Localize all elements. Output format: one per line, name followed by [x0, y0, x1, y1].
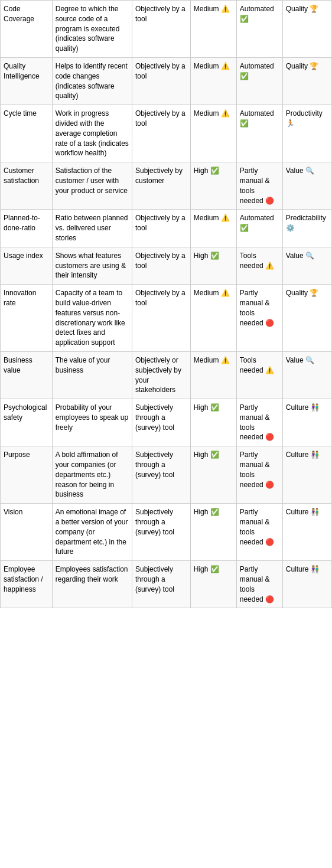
table-row: Psychological safetyProbability of your …: [1, 399, 332, 446]
table-row: Usage indexShows what features customers…: [1, 247, 332, 284]
table-row: VisionAn emotional image of a better ver…: [1, 504, 332, 561]
metrics-table: Code CoverageDegree to which the source …: [0, 0, 332, 608]
table-row: Planned-to-done-ratioRatio between plann…: [1, 210, 332, 247]
table-row: Employee satisfaction / happinessEmploye…: [1, 561, 332, 608]
table-row: Business valueThe value of your business…: [1, 351, 332, 399]
table-row: PurposeA bold affirmation of your compan…: [1, 446, 332, 504]
table-row: Cycle timeWork in progress divided with …: [1, 105, 332, 162]
table-row: Innovation rateCapacity of a team to bui…: [1, 285, 332, 352]
table-row: Quality IntelligenceHelps to identify re…: [1, 57, 332, 105]
table-row: Code CoverageDegree to which the source …: [1, 1, 332, 58]
table-row: Customer satisfactionSatisfaction of the…: [1, 162, 332, 210]
